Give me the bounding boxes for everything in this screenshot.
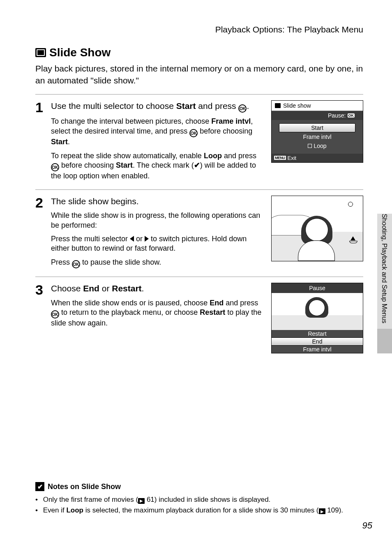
figure-title-bar: Slide show bbox=[272, 101, 363, 111]
step-heading: Use the multi selector to choose Start a… bbox=[51, 100, 265, 113]
slideshow-icon bbox=[275, 103, 281, 108]
notes-title-text: Notes on Slide Show bbox=[48, 482, 121, 491]
note-item: Only the first frame of movies (▶ 61) in… bbox=[35, 494, 363, 505]
step-heading: Choose End or Restart. bbox=[51, 283, 265, 294]
step-detail: To repeat the slide show automatically, … bbox=[51, 151, 265, 181]
figure-menu-item-loop: Loop bbox=[279, 141, 355, 150]
intro-text: Play back pictures, stored in the intern… bbox=[35, 62, 363, 87]
step-heading: The slide show begins. bbox=[51, 196, 265, 207]
check-icon: ✔ bbox=[194, 161, 200, 170]
ok-icon: OK bbox=[238, 104, 247, 113]
caution-icon: ✔ bbox=[35, 482, 44, 491]
figure-menu-item-frame-intvl: Frame intvl bbox=[272, 346, 363, 353]
note-item: Even if Loop is selected, the maximum pl… bbox=[35, 505, 363, 516]
sun-icon bbox=[348, 202, 353, 207]
section-title: Slide Show bbox=[35, 46, 363, 59]
step-number: 1 bbox=[35, 100, 51, 185]
page-ref-icon: ▶ bbox=[319, 508, 325, 514]
chapter-title: Playback Options: The Playback Menu bbox=[35, 25, 363, 35]
ok-icon: OK bbox=[189, 129, 198, 137]
figure-title: Slide show bbox=[283, 102, 311, 109]
side-tab: Shooting, Playback and Setup Menus bbox=[377, 214, 392, 353]
step-number: 3 bbox=[35, 283, 51, 353]
notes-heading: ✔ Notes on Slide Show bbox=[35, 482, 363, 491]
page-number: 95 bbox=[362, 520, 372, 531]
ok-icon: OK bbox=[51, 163, 59, 171]
step-3: 3 Choose End or Restart. When the slide … bbox=[35, 277, 363, 358]
boat-icon bbox=[350, 236, 355, 240]
notes-section: ✔ Notes on Slide Show Only the first fra… bbox=[35, 482, 363, 515]
step-detail: Press the multi selector or to switch pi… bbox=[51, 234, 265, 254]
figure-slideshow-menu: Slide show Pause:OK Start Frame intvl Lo… bbox=[271, 100, 363, 163]
figure-pause-bar: Pause:OK bbox=[272, 111, 363, 120]
figure-slideshow-playing bbox=[271, 196, 363, 261]
slideshow-icon bbox=[35, 48, 46, 57]
arrow-left-icon bbox=[130, 236, 134, 242]
figure-pause-header: Pause bbox=[272, 283, 363, 293]
figure-pause-image bbox=[272, 293, 363, 330]
step-detail: While the slide show is in progress, the… bbox=[51, 211, 265, 230]
step-detail: To change the interval between pictures,… bbox=[51, 117, 265, 147]
figure-menu-item-start: Start bbox=[279, 123, 355, 132]
side-tab-label: Shooting, Playback and Setup Menus bbox=[380, 214, 388, 345]
figure-pause-menu: Pause Restart End Frame intvl bbox=[271, 283, 363, 353]
step-detail: Press OK to pause the slide show. bbox=[51, 258, 265, 269]
ok-icon: OK bbox=[72, 260, 80, 268]
step-number: 2 bbox=[35, 196, 51, 272]
figure-menu-item-frame-intvl: Frame intvl bbox=[279, 132, 355, 141]
figure-menu-item-end: End bbox=[272, 337, 363, 346]
ok-icon: OK bbox=[348, 113, 355, 118]
step-2: 2 The slide show begins. While the slide… bbox=[35, 189, 363, 277]
step-detail: When the slide show ends or is paused, c… bbox=[51, 298, 265, 328]
menu-button-icon: MENU bbox=[274, 156, 286, 160]
checkbox-icon bbox=[308, 144, 312, 148]
page-ref-icon: ▶ bbox=[138, 498, 145, 504]
figure-footer: MENU Exit bbox=[272, 154, 363, 162]
side-tab-marker bbox=[377, 329, 392, 353]
step-1: 1 Use the multi selector to choose Start… bbox=[35, 94, 363, 189]
figure-menu-item-restart: Restart bbox=[272, 330, 363, 337]
ok-icon: OK bbox=[51, 310, 59, 318]
person-shape bbox=[292, 216, 341, 261]
section-title-text: Slide Show bbox=[49, 46, 111, 59]
arrow-right-icon bbox=[145, 236, 149, 242]
